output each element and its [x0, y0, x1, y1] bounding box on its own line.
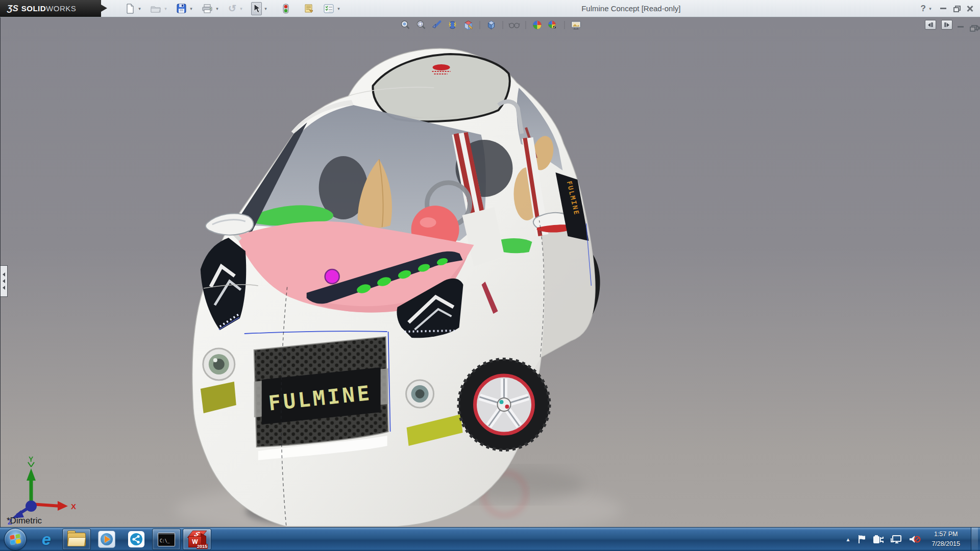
toolbar-separator: [564, 21, 565, 29]
restore-icon: [953, 6, 960, 11]
print-dropdown-icon[interactable]: ▾: [214, 6, 220, 11]
taskbar-item-internet-explorer[interactable]: e: [33, 529, 60, 549]
file-properties-icon: [304, 4, 314, 13]
front-right-wheel: [459, 359, 550, 450]
start-button[interactable]: [4, 528, 27, 550]
section-view-button[interactable]: [446, 19, 458, 31]
print-icon: [202, 4, 212, 13]
view-orientation-button[interactable]: [485, 19, 497, 31]
3d-drawing-view-icon: [463, 20, 473, 30]
select-button[interactable]: [251, 2, 262, 15]
minimize-button[interactable]: [940, 8, 946, 9]
view-settings-icon: [570, 20, 581, 30]
solidworks-version-badge: 2015: [197, 544, 208, 549]
command-prompt-icon: C:\_: [158, 533, 175, 546]
network-icon[interactable]: [891, 534, 902, 544]
clock-date: 7/28/2015: [932, 539, 960, 549]
doc-window-buttons: [958, 20, 976, 30]
folder-icon: [67, 533, 86, 546]
solidworks-logo: ƷS SOLIDWORKS: [0, 0, 108, 17]
select-dropdown-icon[interactable]: ▾: [263, 6, 268, 11]
save-dropdown-icon[interactable]: ▾: [188, 6, 194, 11]
help-dropdown-icon[interactable]: ▾: [927, 6, 933, 11]
hide-show-items-button[interactable]: [508, 19, 520, 31]
appearance-ball-icon: [532, 20, 542, 30]
pane-left-arrow-icon: [928, 23, 930, 27]
media-player-icon: [98, 531, 115, 548]
dassault-3ds-icon: ƷS: [7, 4, 18, 14]
windows-taskbar: e C:\_ S W 2015 ▲: [0, 527, 980, 551]
axis-x-label: X: [71, 502, 76, 511]
magenta-sensor-dot: [325, 269, 339, 284]
minimize-icon: [958, 26, 964, 28]
doc-minimize-button[interactable]: [958, 20, 964, 30]
save-button[interactable]: [176, 3, 187, 15]
open-folder-icon: [151, 4, 161, 13]
document-window-controls: [925, 20, 976, 30]
previous-view-icon: [431, 20, 442, 30]
power-battery-icon[interactable]: [873, 534, 884, 544]
pane-right-arrow-icon: [947, 23, 949, 27]
taskbar-item-solidworks[interactable]: S W 2015: [183, 529, 211, 550]
options-button[interactable]: [323, 3, 335, 15]
action-center-flag-icon[interactable]: [857, 534, 866, 544]
graphics-viewport[interactable]: FULMINE: [0, 17, 980, 527]
taskbar-item-share-app[interactable]: [122, 529, 150, 549]
previous-view-button[interactable]: [430, 19, 443, 31]
apply-scene-button[interactable]: [547, 19, 559, 31]
undo-dropdown-icon[interactable]: ▾: [238, 6, 244, 11]
save-floppy-icon: [177, 4, 186, 13]
close-button[interactable]: [967, 6, 973, 12]
brand-name: SOLIDWORKS: [21, 4, 77, 13]
front-grille: FULMINE: [254, 337, 388, 460]
taskbar-clock[interactable]: 1:57 PM 7/28/2015: [927, 530, 964, 549]
pane-bar-icon: [931, 22, 933, 27]
car-model-render: FULMINE: [1, 17, 980, 527]
open-dropdown-icon[interactable]: ▾: [163, 6, 168, 11]
view-settings-button[interactable]: [570, 19, 582, 31]
zoom-to-area-button[interactable]: [414, 19, 427, 31]
internet-explorer-icon: e: [42, 531, 51, 547]
file-properties-button[interactable]: [303, 3, 315, 15]
clock-time: 1:57 PM: [932, 530, 960, 539]
volume-muted-icon[interactable]: [909, 534, 921, 544]
zoom-to-fit-button[interactable]: [399, 19, 411, 31]
solidworks-app-window: ƷS SOLIDWORKS ▾ ▾ ▾ ▾ ↺ ▾: [0, 0, 980, 551]
axis-y-label: Y: [29, 455, 34, 463]
show-left-pane-button[interactable]: [925, 20, 936, 30]
show-right-pane-button[interactable]: [941, 20, 952, 30]
toolbar-separator: [479, 21, 480, 29]
options-dropdown-icon[interactable]: ▾: [336, 6, 341, 11]
right-fog-lamp: [406, 380, 434, 408]
rebuild-traffic-light-icon: [283, 4, 289, 14]
share-app-icon: [128, 531, 144, 547]
help-button[interactable]: ?▾: [921, 4, 933, 14]
show-desktop-button[interactable]: [971, 528, 978, 551]
headsup-view-toolbar: [399, 19, 582, 31]
system-tray: ▲ 1:57 PM 7/28/2015: [845, 528, 980, 551]
apply-scene-icon: [547, 20, 558, 30]
toolbar-separator: [525, 21, 526, 29]
window-title: Fulmine Concept [Read-only]: [341, 4, 921, 13]
show-hidden-icons-button[interactable]: ▲: [845, 537, 850, 542]
pane-bar-icon: [944, 22, 946, 27]
zoom-to-area-icon: [415, 20, 426, 30]
restore-button[interactable]: [953, 6, 960, 11]
new-document-button[interactable]: [125, 3, 136, 15]
new-document-dropdown-icon[interactable]: ▾: [137, 6, 142, 11]
open-button[interactable]: [150, 3, 162, 15]
close-icon: [967, 6, 973, 12]
new-document-icon: [126, 4, 135, 14]
print-button[interactable]: [201, 3, 213, 15]
edit-appearance-button[interactable]: [531, 19, 543, 31]
taskbar-item-windows-explorer[interactable]: [62, 529, 91, 550]
taskbar-item-command-prompt[interactable]: C:\_: [152, 529, 181, 550]
view-orientation-cube-icon: [486, 20, 496, 30]
rebuild-button[interactable]: [282, 3, 290, 15]
taskbar-item-media-player[interactable]: [93, 529, 120, 549]
main-toolbar: ▾ ▾ ▾ ▾ ↺ ▾ ▾: [125, 2, 341, 15]
window-controls: ?▾: [921, 4, 980, 14]
undo-button[interactable]: ↺: [227, 3, 237, 15]
3d-drawing-view-button[interactable]: [462, 19, 474, 31]
zoom-to-fit-icon: [400, 20, 410, 30]
